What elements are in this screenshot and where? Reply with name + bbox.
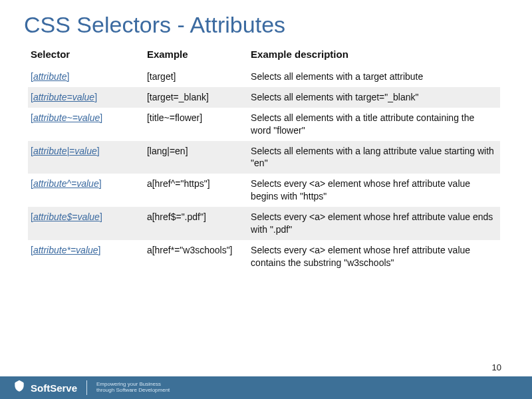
description-cell: Selects all elements with a lang attribu… — [248, 141, 500, 174]
example-cell: [title~=flower] — [144, 108, 248, 141]
footer-tagline: Empowering your Business through Softwar… — [96, 382, 170, 394]
selectors-table: Selector Example Example description [at… — [28, 45, 500, 273]
table-row: [attribute*=value] a[href*="w3schools"] … — [28, 240, 500, 273]
selector-cell: [attribute$=value] — [28, 207, 144, 240]
footer-bar: SoftServe Empowering your Business throu… — [0, 376, 532, 399]
selector-cell: [attribute*=value] — [28, 240, 144, 273]
description-cell: Selects all elements with target="_blank… — [248, 87, 500, 108]
selector-link[interactable]: attribute^=value — [33, 178, 99, 189]
tagline-line2: through Software Development — [96, 388, 170, 394]
selector-cell: [attribute~=value] — [28, 108, 144, 141]
example-cell: a[href$=".pdf"] — [144, 207, 248, 240]
table-row: [attribute=value] [target=_blank] Select… — [28, 87, 500, 108]
brand-logo: SoftServe — [12, 379, 77, 396]
selector-cell: [attribute] — [28, 66, 144, 87]
example-cell: a[href*="w3schools"] — [144, 240, 248, 273]
example-cell: [target] — [144, 66, 248, 87]
selector-cell: [attribute=value] — [28, 87, 144, 108]
selector-link[interactable]: attribute~=value — [33, 112, 100, 123]
table-row: [attribute^=value] a[href^="https"] Sele… — [28, 174, 500, 207]
description-cell: Selects all elements with a target attri… — [248, 66, 500, 87]
example-cell: [lang|=en] — [144, 141, 248, 174]
description-cell: Selects every <a> element whose href att… — [248, 240, 500, 273]
brand-name: SoftServe — [31, 382, 77, 394]
footer-divider — [86, 380, 87, 395]
table-row: [attribute~=value] [title~=flower] Selec… — [28, 108, 500, 141]
selector-link[interactable]: attribute*=value — [33, 245, 98, 255]
selector-cell: [attribute|=value] — [28, 141, 144, 174]
description-cell: Selects every <a> element whose href att… — [248, 174, 500, 207]
col-header-selector: Selector — [28, 45, 144, 66]
selector-cell: [attribute^=value] — [28, 174, 144, 207]
selector-link[interactable]: attribute=value — [33, 92, 94, 102]
table-header-row: Selector Example Example description — [28, 45, 500, 66]
selector-link[interactable]: attribute — [33, 71, 67, 82]
table-row: [attribute] [target] Selects all element… — [28, 66, 500, 87]
slide: CSS Selectors - Attributes Selector Exam… — [0, 0, 532, 399]
example-cell: [target=_blank] — [144, 87, 248, 108]
page-number: 10 — [492, 362, 501, 372]
table-row: [attribute$=value] a[href$=".pdf"] Selec… — [28, 207, 500, 240]
table-row: [attribute|=value] [lang|=en] Selects al… — [28, 141, 500, 174]
description-cell: Selects all elements with a title attrib… — [248, 108, 500, 141]
col-header-description: Example description — [248, 45, 500, 66]
description-cell: Selects every <a> element whose href att… — [248, 207, 500, 240]
slide-title: CSS Selectors - Attributes — [0, 0, 532, 45]
example-cell: a[href^="https"] — [144, 174, 248, 207]
col-header-example: Example — [144, 45, 248, 66]
selector-link[interactable]: attribute$=value — [33, 211, 100, 222]
logo-mark-icon — [12, 379, 27, 396]
selector-link[interactable]: attribute|=value — [33, 146, 97, 156]
